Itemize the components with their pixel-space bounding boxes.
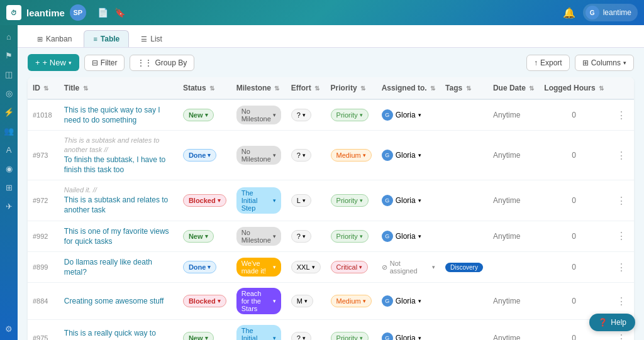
- effort-badge[interactable]: L ▾: [291, 194, 311, 207]
- more-options-button[interactable]: ⋮: [614, 150, 629, 161]
- cell-title[interactable]: Do llamas really like death metal?: [59, 252, 178, 283]
- more-options-button[interactable]: ⋮: [614, 195, 629, 206]
- sidebar-gear-icon[interactable]: ⚙: [1, 321, 16, 336]
- unassigned-label[interactable]: ⊘ Not assigned ▾: [382, 260, 435, 275]
- assigned-badge[interactable]: G Gloria ▾: [382, 332, 421, 340]
- status-badge[interactable]: Blocked ▾: [183, 295, 226, 307]
- milestone-badge[interactable]: Reach for the Stars ▾: [236, 288, 281, 314]
- assigned-badge[interactable]: G Gloria ▾: [382, 195, 421, 206]
- tab-kanban[interactable]: ⊞ Kanban: [28, 30, 81, 47]
- user-avatar-initials[interactable]: SP: [70, 4, 86, 21]
- group-by-button[interactable]: ⋮⋮ Group By: [130, 55, 194, 71]
- more-options-button[interactable]: ⋮: [614, 262, 629, 273]
- cell-assigned: G Gloria ▾: [377, 283, 440, 320]
- notifications-bell-icon[interactable]: 🔔: [563, 7, 575, 19]
- more-options-button[interactable]: ⋮: [614, 333, 629, 340]
- sidebar-circle-icon[interactable]: ◉: [1, 161, 16, 176]
- sidebar-target-icon[interactable]: ◎: [1, 85, 16, 101]
- assigned-badge[interactable]: G Gloria ▾: [382, 109, 421, 121]
- effort-badge[interactable]: XXL ▾: [291, 261, 321, 273]
- sidebar-flag-icon[interactable]: ⚑: [1, 48, 16, 63]
- priority-badge[interactable]: Critical ▾: [331, 261, 369, 273]
- tab-table[interactable]: ≡ Table: [84, 30, 129, 47]
- priority-badge[interactable]: Medium ▾: [331, 295, 372, 307]
- col-title[interactable]: Title ⇅: [59, 77, 178, 99]
- cell-effort: XXL ▾: [286, 252, 326, 283]
- col-tags[interactable]: Tags ⇅: [440, 77, 488, 99]
- assigned-badge[interactable]: G Gloria ▾: [382, 150, 421, 161]
- milestone-badge[interactable]: The Initial Step ▾: [236, 187, 281, 214]
- priority-badge[interactable]: Priority ▾: [331, 194, 369, 207]
- more-options-button[interactable]: ⋮: [614, 296, 629, 307]
- task-title-link[interactable]: Creating some awesome stuff: [64, 297, 164, 305]
- sidebar-send-icon[interactable]: ✈: [1, 199, 16, 214]
- task-title-link[interactable]: Do llamas really like death metal?: [64, 258, 152, 277]
- milestone-badge[interactable]: No Milestone ▾: [236, 227, 281, 246]
- cell-title[interactable]: This is one of my favorite views for qui…: [59, 221, 178, 251]
- cell-title[interactable]: Creating some awesome stuff: [59, 283, 178, 320]
- sidebar-tasks-icon[interactable]: ⚡: [1, 104, 16, 119]
- task-title-link[interactable]: This is the quick way to say I need to d…: [64, 106, 160, 124]
- cell-more: ⋮: [609, 252, 634, 283]
- tab-list[interactable]: ☰ List: [131, 30, 172, 47]
- assigned-badge[interactable]: G Gloria ▾: [382, 295, 421, 307]
- priority-badge[interactable]: Priority ▾: [331, 230, 369, 243]
- sidebar-people-icon[interactable]: 👥: [1, 123, 16, 138]
- milestone-badge[interactable]: No Milestone ▾: [236, 106, 281, 124]
- cell-title[interactable]: This is a subtask and relates to another…: [59, 131, 178, 180]
- help-button[interactable]: ❓ Help: [589, 314, 635, 331]
- task-title-link[interactable]: This is a subtask and relates to another…: [64, 195, 168, 214]
- milestone-badge[interactable]: The Initial Step ▾: [236, 325, 281, 340]
- status-badge[interactable]: Blocked ▾: [183, 194, 226, 207]
- unassigned-chevron-icon: ▾: [432, 264, 435, 270]
- sidebar-text-icon[interactable]: A: [1, 142, 16, 157]
- status-badge[interactable]: New ▾: [183, 230, 214, 243]
- cell-id: #972: [28, 180, 59, 221]
- status-badge[interactable]: New ▾: [183, 332, 214, 340]
- col-priority[interactable]: Priority ⇅: [326, 77, 377, 99]
- more-options-button[interactable]: ⋮: [614, 231, 629, 241]
- priority-badge[interactable]: Priority ▾: [331, 332, 369, 340]
- effort-badge[interactable]: ? ▾: [291, 332, 311, 340]
- assigned-badge[interactable]: G Gloria ▾: [382, 231, 421, 242]
- milestone-badge[interactable]: No Milestone ▾: [236, 146, 281, 165]
- cell-milestone: The Initial Step ▾: [231, 180, 286, 221]
- export-button[interactable]: ↑ Export: [526, 55, 570, 71]
- task-title-link[interactable]: To finish the subtask, I have to finish …: [64, 155, 165, 174]
- cell-title[interactable]: Nailed it. //This is a subtask and relat…: [59, 180, 178, 221]
- user-menu[interactable]: G leantime: [583, 4, 638, 21]
- col-logged-hours[interactable]: Logged Hours ⇅: [539, 77, 609, 99]
- task-title-link[interactable]: This is a really quick way to create a t…: [64, 329, 156, 340]
- milestone-badge[interactable]: We've made it! ▾: [236, 258, 281, 277]
- columns-button[interactable]: ⊞ Columns ▾: [575, 55, 634, 71]
- sidebar-home-icon[interactable]: ⌂: [1, 29, 16, 44]
- effort-badge[interactable]: ? ▾: [291, 109, 311, 121]
- more-options-button[interactable]: ⋮: [614, 110, 629, 121]
- tag-badge[interactable]: Discovery: [445, 263, 483, 272]
- nav-bookmark-icon[interactable]: 🔖: [114, 8, 125, 18]
- priority-badge[interactable]: Priority ▾: [331, 109, 369, 121]
- due-date-sort-icon: ⇅: [529, 85, 534, 92]
- status-badge[interactable]: Done ▾: [183, 261, 217, 273]
- status-badge[interactable]: New ▾: [183, 109, 214, 121]
- priority-badge[interactable]: Medium ▾: [331, 149, 372, 162]
- task-title-link[interactable]: This is one of my favorite views for qui…: [64, 227, 169, 246]
- filter-button[interactable]: ⊟ Filter: [84, 55, 125, 71]
- col-status[interactable]: Status ⇅: [178, 77, 231, 99]
- col-milestone[interactable]: Milestone ⇅: [231, 77, 286, 99]
- col-effort[interactable]: Effort ⇅: [286, 77, 326, 99]
- status-badge[interactable]: Done ▾: [183, 149, 217, 162]
- sidebar-chart-icon[interactable]: ◫: [1, 67, 16, 82]
- new-button[interactable]: + + New ▾: [28, 54, 79, 71]
- col-assigned[interactable]: Assigned to. ⇅: [377, 77, 440, 99]
- priority-sort-icon: ⇅: [360, 85, 365, 92]
- effort-badge[interactable]: ? ▾: [291, 149, 311, 162]
- col-due-date[interactable]: Due Date ⇅: [488, 77, 539, 99]
- nav-document-icon[interactable]: 📄: [97, 8, 108, 18]
- effort-badge[interactable]: ? ▾: [291, 230, 311, 243]
- col-id[interactable]: ID ⇅: [28, 77, 59, 99]
- sidebar-grid-icon[interactable]: ⊞: [1, 180, 16, 195]
- cell-title[interactable]: This is the quick way to say I need to d…: [59, 99, 178, 131]
- cell-title[interactable]: This is a really quick way to create a t…: [59, 320, 178, 340]
- effort-badge[interactable]: M ▾: [291, 295, 313, 307]
